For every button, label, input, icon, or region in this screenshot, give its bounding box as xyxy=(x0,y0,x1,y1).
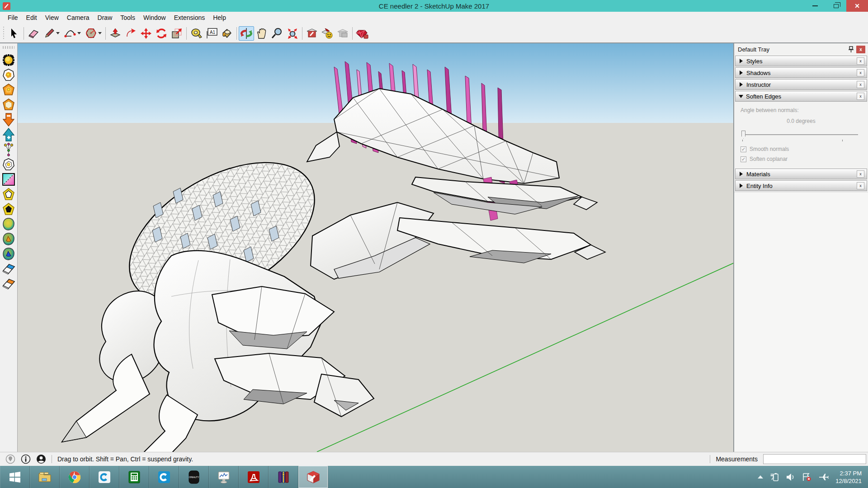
section-entity-info-close-button[interactable]: x xyxy=(857,182,864,189)
pushpull-tool-button[interactable] xyxy=(108,26,123,41)
zoom-tool-button[interactable] xyxy=(269,26,285,41)
ruby-console-button[interactable] xyxy=(354,26,370,41)
taskbar-chrome[interactable] xyxy=(60,466,90,488)
close-button[interactable]: ✕ xyxy=(846,0,868,12)
mirror-plane-tool[interactable] xyxy=(1,172,16,187)
text-tool-button[interactable]: A1 xyxy=(204,26,219,41)
section-instructor-close-button[interactable]: x xyxy=(857,81,864,88)
start-button[interactable] xyxy=(0,466,30,488)
slider-track[interactable] xyxy=(741,134,858,135)
scale-tool-button[interactable] xyxy=(169,26,184,41)
sculpt-blob-tool[interactable] xyxy=(1,216,16,231)
shapes-tool-button[interactable] xyxy=(83,26,104,41)
vertex-edit-tool[interactable] xyxy=(1,142,16,157)
warehouse-3d-button[interactable] xyxy=(304,26,320,41)
smooth-normals-checkbox[interactable]: ✓ xyxy=(741,146,746,152)
sculpt-cone-orange-tool[interactable] xyxy=(1,231,16,246)
reduce-arrow-tool[interactable] xyxy=(1,112,16,127)
section-entity-info[interactable]: Entity Info x xyxy=(735,180,867,191)
share-model-button[interactable] xyxy=(335,26,350,41)
model-viewport[interactable] xyxy=(17,43,733,452)
battery-power-icon[interactable] xyxy=(769,473,779,482)
pan-tool-button[interactable] xyxy=(254,26,269,41)
smooth-normals-row[interactable]: ✓ Smooth normals xyxy=(741,146,862,152)
tape-measure-tool-button[interactable] xyxy=(189,26,204,41)
system-monitor-icon xyxy=(217,471,231,483)
left-toolbar-grip[interactable] xyxy=(3,46,14,49)
shapes-dropdown-caret[interactable] xyxy=(98,32,102,34)
taskbar-system-monitor[interactable] xyxy=(209,466,239,488)
taskbar-calculator[interactable] xyxy=(119,466,149,488)
menu-edit[interactable]: Edit xyxy=(22,12,41,24)
section-materials[interactable]: Materials x xyxy=(735,169,867,179)
ruby-gem-icon xyxy=(356,28,368,39)
pentagon-dot-tool[interactable] xyxy=(1,82,16,97)
menu-file[interactable]: File xyxy=(4,12,22,24)
paint-bucket-tool-button[interactable] xyxy=(219,26,235,41)
info-icon[interactable] xyxy=(21,454,31,464)
taskbar-file-explorer[interactable] xyxy=(30,466,60,488)
geolocation-icon[interactable] xyxy=(5,454,15,464)
soften-coplanar-checkbox[interactable]: ✓ xyxy=(741,156,746,162)
arc-tool-button[interactable] xyxy=(62,26,83,41)
line-tool-button[interactable] xyxy=(41,26,62,41)
eraser-blue-tool[interactable] xyxy=(1,261,16,276)
airplane-mode-icon[interactable] xyxy=(818,473,829,482)
taskbar-sketchup[interactable] xyxy=(298,466,328,488)
soften-coplanar-row[interactable]: ✓ Soften coplanar xyxy=(741,156,862,162)
move-tool-button[interactable] xyxy=(138,26,154,41)
section-materials-close-button[interactable]: x xyxy=(857,170,864,178)
increase-arrow-tool[interactable] xyxy=(1,127,16,142)
rotate-tool-button[interactable] xyxy=(154,26,169,41)
menu-tools[interactable]: Tools xyxy=(116,12,139,24)
menu-extensions[interactable]: Extensions xyxy=(170,12,209,24)
extension-warehouse-button[interactable] xyxy=(320,26,335,41)
speaker-icon[interactable] xyxy=(786,473,796,482)
soft-outline-tool[interactable] xyxy=(1,157,16,172)
tray-empty-area xyxy=(734,192,868,452)
pentagon-black-tool[interactable] xyxy=(1,202,16,216)
menu-camera[interactable]: Camera xyxy=(63,12,94,24)
select-tool-button[interactable] xyxy=(6,26,22,41)
section-shadows[interactable]: Shadows x xyxy=(735,67,867,78)
zoom-extents-tool-button[interactable] xyxy=(285,26,300,41)
taskbar-winrar[interactable] xyxy=(269,466,298,488)
orbit-tool-button[interactable] xyxy=(239,26,254,41)
taskbar-cura[interactable] xyxy=(90,466,119,488)
menu-window[interactable]: Window xyxy=(139,12,170,24)
menu-view[interactable]: View xyxy=(41,12,63,24)
taskbar-acrobat[interactable] xyxy=(239,466,269,488)
user-icon[interactable] xyxy=(36,454,46,464)
section-shadows-close-button[interactable]: x xyxy=(857,69,864,76)
toolbar-grip[interactable] xyxy=(2,27,5,40)
arc-dropdown-caret[interactable] xyxy=(77,32,81,34)
show-hidden-icons-button[interactable] xyxy=(758,475,763,479)
menu-draw[interactable]: Draw xyxy=(94,12,117,24)
followme-tool-button[interactable] xyxy=(123,26,138,41)
line-dropdown-caret[interactable] xyxy=(56,32,60,34)
section-soften-edges-close-button[interactable]: x xyxy=(857,93,864,100)
taskbar-clock[interactable]: 2:37 PM 12/8/2021 xyxy=(835,469,862,485)
eraser-orange-tool[interactable] xyxy=(1,276,16,291)
action-center-flag-icon[interactable] xyxy=(802,473,812,482)
measurements-input[interactable] xyxy=(763,454,866,464)
sun-gear-tool[interactable] xyxy=(1,52,16,67)
pentagon-white-tool[interactable] xyxy=(1,187,16,202)
sculpt-cone-blue-tool[interactable] xyxy=(1,246,16,261)
soft-polygon-tool[interactable] xyxy=(1,67,16,82)
eraser-tool-button[interactable] xyxy=(26,26,41,41)
taskbar-cura-2[interactable] xyxy=(149,466,179,488)
angle-slider[interactable] xyxy=(741,131,861,142)
section-instructor[interactable]: Instructor x xyxy=(735,79,867,90)
tray-close-button[interactable]: x xyxy=(856,46,865,53)
section-styles[interactable]: Styles x xyxy=(735,56,867,66)
pentagon-hexagon-tool[interactable] xyxy=(1,97,16,112)
menu-help[interactable]: Help xyxy=(209,12,230,24)
minimize-button[interactable] xyxy=(805,0,826,12)
section-styles-close-button[interactable]: x xyxy=(857,57,864,65)
pin-icon[interactable] xyxy=(848,46,854,53)
taskbar-creality[interactable]: CREALITY xyxy=(179,466,209,488)
restore-button[interactable] xyxy=(826,0,846,12)
section-soften-edges[interactable]: Soften Edges x xyxy=(735,91,867,102)
slider-thumb[interactable] xyxy=(741,131,745,139)
